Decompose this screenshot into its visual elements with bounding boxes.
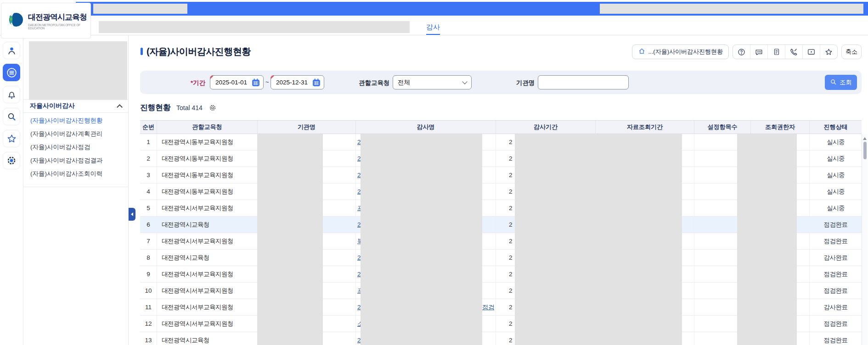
status-cell: 실시중 xyxy=(809,167,862,183)
logo-title: 대전광역시교육청 xyxy=(28,12,90,22)
section-header: 진행현황 Total 414 xyxy=(140,102,217,113)
date-to-input[interactable] xyxy=(275,78,314,86)
status-cell: 점검완료 xyxy=(809,266,862,282)
column-header: 조회권한자 xyxy=(750,121,809,134)
title-toolbar: ...(자율)사이버감사진행현황 xyxy=(632,45,862,59)
logo-subtitle: DAEJEON METROPOLITAN OFFICE OF EDUCATION xyxy=(28,23,90,30)
menu-list-icon[interactable] xyxy=(3,64,20,81)
table-body: 1대전광역시동부교육지원청22실시중2대전광역시동부교육지원청22실시중3대전광… xyxy=(140,134,862,345)
main-content: (자율)사이버감사진행현황 ...(자율)사이버감사진행현황 xyxy=(129,35,868,345)
document-icon[interactable] xyxy=(767,45,785,59)
redacted-block xyxy=(29,41,127,100)
office-cell: 대전광역시교육청 xyxy=(157,250,257,266)
calendar-icon[interactable] xyxy=(312,78,321,89)
sidebar: 자율사이버감사 (자율)사이버감사진행현황(자율)사이버감사계획관리(자율)사이… xyxy=(23,35,129,345)
star-icon[interactable] xyxy=(820,45,837,59)
status-cell: 점검완료 xyxy=(809,332,862,345)
status-cell: 감사완료 xyxy=(809,299,862,315)
gear-icon[interactable] xyxy=(3,152,20,169)
section-title: 진행현황 xyxy=(140,102,170,113)
org-name-field[interactable] xyxy=(538,75,629,89)
status-cell: 실시중 xyxy=(809,184,862,200)
star-icon[interactable] xyxy=(3,130,20,147)
tool-group xyxy=(733,45,838,59)
org-label: 기관명 xyxy=(516,79,535,87)
column-header: 설정항목수 xyxy=(694,121,750,134)
office-cell: 대전광역시서부교육지원청 xyxy=(157,200,257,216)
app-screen: 감사 대전광역시교육청 DAEJEON METROPOLITAN OFFICE … xyxy=(0,0,868,345)
sidebar-item[interactable]: (자율)사이버감사점검 xyxy=(23,140,128,154)
sidebar-item[interactable]: (자율)사이버감사계획관리 xyxy=(23,127,128,140)
collapse-button[interactable]: 축소 xyxy=(841,45,862,59)
home-icon xyxy=(638,47,646,56)
office-label: 관할교육청 xyxy=(359,79,390,87)
breadcrumb[interactable]: ...(자율)사이버감사진행현황 xyxy=(632,45,729,59)
search-button[interactable]: 조회 xyxy=(825,75,857,90)
redacted-block xyxy=(737,134,797,345)
redacted-block xyxy=(93,4,187,14)
column-header: 자료조회기간 xyxy=(595,121,694,134)
logo-text: 대전광역시교육청 DAEJEON METROPOLITAN OFFICE OF … xyxy=(28,12,90,30)
row-number: 3 xyxy=(140,167,157,183)
chat-icon[interactable] xyxy=(750,45,767,59)
vertical-scrollbar[interactable] xyxy=(862,134,868,345)
user-icon[interactable] xyxy=(3,42,20,59)
office-select-value: 전체 xyxy=(398,78,410,87)
date-to-field[interactable] xyxy=(271,75,324,89)
scrollbar-thumb[interactable] xyxy=(863,142,867,159)
sidebar-item[interactable]: (자율)사이버감사조회이력 xyxy=(23,167,128,180)
row-number: 6 xyxy=(140,217,157,233)
status-cell: 점검완료 xyxy=(809,316,862,332)
office-cell: 대전광역시교육청 xyxy=(157,217,257,233)
date-from-input[interactable] xyxy=(214,78,253,86)
sidebar-section-title: 자율사이버감사 xyxy=(30,102,75,110)
search-icon[interactable] xyxy=(3,108,20,125)
total-count: Total 414 xyxy=(176,104,203,111)
scroll-up-arrow[interactable] xyxy=(863,137,867,140)
filter-bar: *기간 ~ 관할교육청 전체 기관명 xyxy=(140,71,862,94)
sidebar-collapse-handle[interactable] xyxy=(129,208,135,221)
calendar-icon[interactable] xyxy=(251,78,260,89)
phone-icon[interactable] xyxy=(785,45,802,59)
column-header: 감사기간 xyxy=(496,121,595,134)
sidebar-section-header[interactable]: 자율사이버감사 xyxy=(23,99,128,113)
date-from-field[interactable] xyxy=(210,75,264,89)
bell-icon[interactable] xyxy=(3,86,20,103)
sidebar-item[interactable]: (자율)사이버감사진행현황 xyxy=(23,114,128,127)
office-cell: 대전광역시교육청 xyxy=(157,332,257,345)
column-header: 감사명 xyxy=(355,121,496,134)
magnifier-icon xyxy=(830,78,837,87)
nav-tab-audit[interactable]: 감사 xyxy=(426,23,440,35)
video-icon[interactable] xyxy=(802,45,820,59)
logo[interactable]: 대전광역시교육청 DAEJEON METROPOLITAN OFFICE OF … xyxy=(1,3,91,39)
redacted-block xyxy=(99,21,410,33)
row-number: 7 xyxy=(140,233,157,249)
row-number: 5 xyxy=(140,200,157,216)
global-nav-bar: 감사 xyxy=(0,16,868,35)
row-number: 12 xyxy=(140,316,157,332)
status-cell: 실시중 xyxy=(809,150,862,167)
row-number: 4 xyxy=(140,184,157,200)
office-cell: 대전광역시동부교육지원청 xyxy=(157,150,257,167)
org-name-input[interactable] xyxy=(538,76,628,89)
sidebar-item[interactable]: (자율)사이버감사점검결과 xyxy=(23,154,128,167)
audit-link-suffix[interactable]: 점검 xyxy=(482,299,494,315)
chevron-down-icon xyxy=(462,79,467,84)
search-button-label: 조회 xyxy=(840,78,852,87)
office-select[interactable]: 전체 xyxy=(393,75,472,89)
office-cell: 대전광역시동부교육지원청 xyxy=(157,184,257,200)
redacted-block xyxy=(515,134,682,345)
redacted-block xyxy=(257,134,323,345)
row-number: 8 xyxy=(140,250,157,266)
column-header: 순번 xyxy=(140,121,157,134)
settings-gear-icon[interactable] xyxy=(209,104,217,112)
top-blue-bar xyxy=(76,2,868,16)
progress-table: 순번관할교육청기관명감사명감사기간자료조회기간설정항목수조회권한자진행상태 1대… xyxy=(140,120,862,345)
help-icon[interactable] xyxy=(733,45,750,59)
column-header: 기관명 xyxy=(257,121,355,134)
icon-rail xyxy=(0,35,23,345)
row-number: 2 xyxy=(140,150,157,167)
status-cell: 실시중 xyxy=(809,200,862,216)
office-cell: 대전광역시서부교육지원청 xyxy=(157,283,257,299)
chevron-up-icon xyxy=(117,104,123,110)
